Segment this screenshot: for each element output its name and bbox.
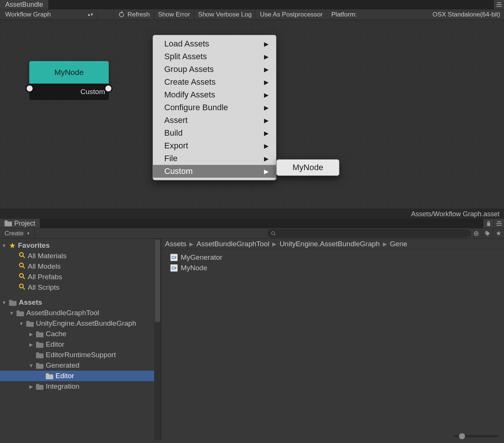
chevron-right-icon: ▶ — [264, 79, 268, 86]
favorite-all-materials[interactable]: All Materials — [0, 251, 161, 261]
favorites-header[interactable]: ▼★Favorites — [0, 240, 161, 251]
tab-assetbundle[interactable]: AssetBundle — [0, 0, 49, 9]
show-verbose-button[interactable]: Show Verbose Log — [194, 9, 256, 20]
graph-canvas[interactable]: MyNode Custom Load Assets▶ Split Assets▶… — [0, 20, 504, 209]
chevron-right-icon: ▶ — [264, 168, 268, 175]
favorite-all-scripts[interactable]: All Scripts — [0, 282, 161, 293]
folder-icon — [46, 373, 53, 379]
file-mygenerator[interactable]: C#MyGenerator — [161, 252, 504, 263]
ctx-assert[interactable]: Assert▶ — [153, 114, 276, 127]
folder-icon — [36, 331, 44, 337]
chevron-right-icon: ▶ — [264, 155, 268, 162]
svg-point-3 — [486, 232, 486, 232]
refresh-button[interactable]: Refresh — [114, 9, 154, 20]
file-list[interactable]: C#MyGenerator C#MyNode — [161, 249, 504, 440]
ctx-modify-assets[interactable]: Modify Assets▶ — [153, 88, 276, 101]
svg-point-4 — [20, 253, 23, 256]
tree-editorruntimesupport[interactable]: EditorRuntimeSupport — [0, 350, 161, 360]
search-icon — [19, 273, 26, 281]
icon-size-slider[interactable] — [454, 435, 499, 437]
tab-project[interactable]: Project — [0, 219, 40, 228]
twisty-icon: ▶ — [28, 331, 34, 337]
search-icon — [271, 231, 276, 236]
svg-point-6 — [20, 274, 23, 277]
favorite-all-models[interactable]: All Models — [0, 261, 161, 272]
svg-point-5 — [20, 263, 23, 267]
node-input-port[interactable] — [26, 84, 34, 93]
assets-header[interactable]: ▼Assets — [0, 297, 161, 308]
tree-cache[interactable]: ▶Cache — [0, 329, 161, 339]
node-output-port[interactable] — [104, 84, 112, 93]
window-tab-strip: AssetBundle — [0, 0, 504, 9]
context-submenu-mynode[interactable]: MyNode — [276, 159, 339, 176]
tree-editor[interactable]: ▶Editor — [0, 339, 161, 350]
project-files: Assets▶ AssetBundleGraphTool▶ UnityEngin… — [161, 239, 504, 440]
twisty-icon: ▼ — [19, 321, 24, 326]
search-icon — [19, 283, 26, 292]
dropdown-caret-icon: ▼ — [27, 232, 30, 235]
asset-path-text: Assets/Workflow Graph.asset — [411, 210, 500, 218]
chevron-right-icon: ▶ — [264, 117, 268, 124]
folder-icon — [36, 341, 44, 347]
ctx-build[interactable]: Build▶ — [153, 127, 276, 139]
filter-by-label-icon[interactable] — [482, 228, 493, 239]
folder-icon — [16, 310, 24, 316]
breadcrumb-assetbundlegraphtool[interactable]: AssetBundleGraphTool — [196, 240, 269, 248]
tree-unityengine-assetbundlegraph[interactable]: ▼UnityEngine.AssetBundleGraph — [0, 318, 161, 329]
chevron-right-icon: ▶ — [264, 66, 268, 73]
breadcrumb-assets[interactable]: Assets — [165, 240, 186, 248]
asset-path-bar: Assets/Workflow Graph.asset — [0, 209, 504, 219]
project-tab-strip: Project — [0, 219, 504, 228]
twisty-icon: ▼ — [2, 300, 7, 305]
breadcrumb-unityengine[interactable]: UnityEngine.AssetBundleGraph — [279, 240, 380, 248]
panel-menu-icon[interactable] — [494, 0, 504, 9]
chevron-right-icon: ▶ — [189, 241, 194, 247]
folder-icon — [26, 320, 34, 326]
tree-scrollbar[interactable] — [154, 239, 161, 440]
create-dropdown[interactable]: Create ▼ — [0, 228, 35, 238]
panel-menu-icon[interactable] — [494, 219, 504, 228]
node-type-label: Custom — [29, 84, 109, 100]
graph-toolbar: Workflow Graph ▲▼ Refresh Show Error Sho… — [0, 9, 504, 20]
tree-generated-editor[interactable]: Editor — [0, 371, 161, 381]
favorite-all-prefabs[interactable]: All Prefabs — [0, 272, 161, 282]
slider-knob[interactable] — [459, 433, 465, 439]
tree-assetbundlegraphtool[interactable]: ▼AssetBundleGraphTool — [0, 308, 161, 318]
svg-point-0 — [272, 232, 274, 235]
graph-dropdown[interactable]: Workflow Graph ▲▼ — [2, 10, 97, 19]
ctx-file[interactable]: File▶ — [153, 152, 276, 165]
folder-icon — [36, 383, 44, 389]
graph-node-mynode[interactable]: MyNode Custom — [29, 61, 109, 100]
ctx-split-assets[interactable]: Split Assets▶ — [153, 50, 276, 63]
search-icon — [19, 262, 26, 271]
project-search-input[interactable] — [268, 229, 470, 237]
ctx-group-assets[interactable]: Group Assets▶ — [153, 63, 276, 76]
csharp-icon: C# — [170, 254, 178, 261]
filter-by-type-icon[interactable] — [470, 228, 482, 239]
breadcrumb-generated[interactable]: Gene — [390, 240, 407, 248]
ctx-configure-bundle[interactable]: Configure Bundle▶ — [153, 101, 276, 114]
save-search-icon[interactable]: ★ — [493, 228, 504, 239]
ctx-custom[interactable]: Custom▶ — [153, 165, 276, 178]
use-postprocessor-button[interactable]: Use As Postprocessor — [256, 9, 327, 20]
folder-icon — [4, 220, 12, 226]
folder-icon — [36, 352, 44, 358]
twisty-icon: ▼ — [28, 363, 34, 368]
context-menu: Load Assets▶ Split Assets▶ Group Assets▶… — [153, 35, 276, 180]
tree-generated[interactable]: ▼Generated — [0, 360, 161, 371]
graph-dropdown-label: Workflow Graph — [5, 11, 51, 18]
ctx-load-assets[interactable]: Load Assets▶ — [153, 37, 276, 50]
scroll-thumb[interactable] — [155, 239, 160, 322]
file-mynode[interactable]: C#MyNode — [161, 263, 504, 273]
lock-icon[interactable] — [483, 219, 494, 228]
project-toolbar: Create ▼ ★ — [0, 228, 504, 239]
project-tree[interactable]: ▼★Favorites All Materials All Models All… — [0, 239, 161, 440]
platform-dropdown[interactable]: OSX Standalone(64-bit) — [362, 11, 504, 18]
show-error-button[interactable]: Show Error — [154, 9, 194, 20]
chevron-right-icon: ▶ — [264, 104, 268, 111]
tree-integration[interactable]: ▶Integration — [0, 381, 161, 392]
ctx-create-assets[interactable]: Create Assets▶ — [153, 76, 276, 88]
twisty-icon: ▼ — [9, 310, 14, 316]
dropdown-caret-icon: ▲▼ — [87, 12, 93, 16]
ctx-export[interactable]: Export▶ — [153, 139, 276, 152]
